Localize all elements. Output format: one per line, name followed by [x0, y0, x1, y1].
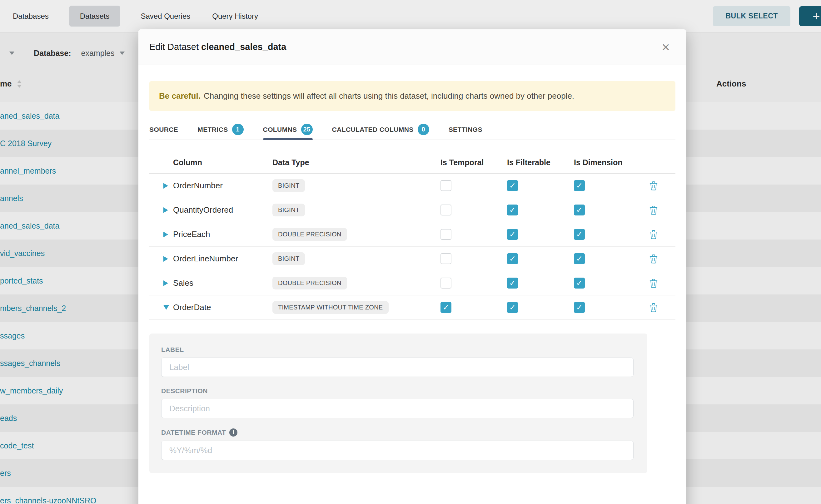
expand-caret-icon[interactable] [163, 232, 168, 237]
is-dimension-checkbox[interactable] [574, 180, 585, 191]
columns-table-header: Column Data Type Is Temporal Is Filterab… [149, 152, 675, 174]
is-filterable-checkbox[interactable] [507, 180, 518, 191]
data-type-pill: BIGINT [272, 179, 305, 192]
column-name: OrderNumber [173, 181, 272, 190]
column-name: OrderLineNumber [173, 254, 272, 264]
app: Databases Datasets Saved Queries Query H… [0, 0, 821, 504]
tab-count-badge: 1 [232, 124, 244, 135]
is-filterable-checkbox[interactable] [507, 302, 518, 313]
column-name: PriceEach [173, 230, 272, 239]
modal-tab-label: SETTINGS [449, 126, 482, 133]
delete-column-icon[interactable] [649, 229, 658, 240]
delete-column-icon[interactable] [649, 180, 658, 191]
modal-tab-metrics[interactable]: METRICS1 [197, 119, 243, 140]
modal-tab-label: COLUMNS [263, 126, 297, 133]
modal-title-prefix: Edit Dataset [149, 42, 199, 52]
modal-tabs: SOURCEMETRICS1COLUMNS25CALCULATED COLUMN… [149, 119, 675, 140]
delete-column-icon[interactable] [649, 205, 658, 215]
expand-caret-icon[interactable] [163, 280, 168, 286]
is-filterable-checkbox[interactable] [507, 229, 518, 240]
tab-count-badge: 25 [301, 124, 313, 135]
is-filterable-checkbox[interactable] [507, 278, 518, 289]
modal-body: Be careful. Changing these settings will… [138, 81, 686, 473]
is-temporal-checkbox[interactable] [441, 229, 452, 240]
is-temporal-checkbox[interactable] [441, 205, 452, 215]
columns-table: Column Data Type Is Temporal Is Filterab… [149, 152, 675, 320]
warning-bold-text: Be careful. [159, 91, 200, 101]
description-field-label: DESCRIPTION [161, 387, 634, 395]
delete-column-icon[interactable] [649, 302, 658, 313]
column-row: OrderDateTIMESTAMP WITHOUT TIME ZONE [149, 295, 675, 320]
is-dimension-checkbox[interactable] [574, 229, 585, 240]
column-row: PriceEachDOUBLE PRECISION [149, 222, 675, 247]
label-input[interactable] [161, 358, 634, 377]
close-icon[interactable]: × [662, 40, 670, 54]
column-row: OrderLineNumberBIGINT [149, 247, 675, 271]
modal-tab-calculated-columns[interactable]: CALCULATED COLUMNS0 [332, 119, 429, 140]
description-input[interactable] [161, 399, 634, 418]
data-type-pill: DOUBLE PRECISION [272, 277, 347, 289]
label-field-label: LABEL [161, 346, 634, 353]
data-type-pill: BIGINT [272, 204, 305, 216]
modal-tab-settings[interactable]: SETTINGS [449, 119, 482, 140]
modal-tab-source[interactable]: SOURCE [149, 119, 178, 140]
collapse-caret-icon[interactable] [163, 305, 169, 310]
column-header-is-dimension: Is Dimension [574, 158, 632, 167]
modal-title: Edit Dataset cleaned_sales_data [149, 42, 286, 52]
modal-tab-columns[interactable]: COLUMNS25 [263, 119, 313, 140]
column-name: Sales [173, 278, 272, 288]
datetime-format-field-label: DATETIME FORMAT i [161, 428, 634, 437]
is-dimension-checkbox[interactable] [574, 302, 585, 313]
is-temporal-checkbox[interactable] [441, 180, 452, 191]
datetime-format-field: DATETIME FORMAT i [161, 428, 634, 460]
edit-dataset-modal: Edit Dataset cleaned_sales_data × Be car… [138, 29, 686, 504]
column-detail-panel: LABEL DESCRIPTION DATETIME FORMAT i [149, 334, 647, 473]
column-header-column: Column [173, 158, 272, 167]
modal-header: Edit Dataset cleaned_sales_data × [138, 29, 686, 65]
delete-column-icon[interactable] [649, 254, 658, 264]
column-header-data-type: Data Type [272, 158, 441, 167]
datetime-format-label-text: DATETIME FORMAT [161, 429, 226, 436]
description-field: DESCRIPTION [161, 387, 634, 418]
expand-caret-icon[interactable] [163, 207, 168, 213]
is-dimension-checkbox[interactable] [574, 278, 585, 289]
column-name: OrderDate [173, 303, 272, 312]
is-filterable-checkbox[interactable] [507, 253, 518, 264]
label-field: LABEL [161, 346, 634, 377]
modal-tab-label: SOURCE [149, 126, 178, 133]
is-filterable-checkbox[interactable] [507, 205, 518, 215]
column-header-is-temporal: Is Temporal [441, 158, 507, 167]
column-row: OrderNumberBIGINT [149, 174, 675, 198]
data-type-pill: DOUBLE PRECISION [272, 228, 347, 241]
info-icon[interactable]: i [229, 428, 237, 437]
column-row: QuantityOrderedBIGINT [149, 198, 675, 222]
is-temporal-checkbox[interactable] [441, 253, 452, 264]
is-dimension-checkbox[interactable] [574, 253, 585, 264]
datetime-format-input[interactable] [161, 441, 634, 460]
data-type-pill: TIMESTAMP WITHOUT TIME ZONE [272, 301, 388, 314]
column-name: QuantityOrdered [173, 205, 272, 215]
expand-caret-icon[interactable] [163, 256, 168, 262]
modal-title-dataset-name: cleaned_sales_data [201, 42, 286, 52]
expand-caret-icon[interactable] [163, 183, 168, 189]
is-temporal-checkbox[interactable] [441, 302, 452, 313]
columns-table-body: OrderNumberBIGINTQuantityOrderedBIGINTPr… [149, 174, 675, 320]
tab-count-badge: 0 [418, 124, 429, 135]
warning-banner: Be careful. Changing these settings will… [149, 81, 675, 111]
delete-column-icon[interactable] [649, 278, 658, 288]
is-temporal-checkbox[interactable] [441, 278, 452, 289]
modal-tab-label: METRICS [197, 126, 228, 133]
modal-tab-label: CALCULATED COLUMNS [332, 126, 414, 133]
is-dimension-checkbox[interactable] [574, 205, 585, 215]
column-row: SalesDOUBLE PRECISION [149, 271, 675, 295]
column-header-is-filterable: Is Filterable [507, 158, 574, 167]
warning-text: Changing these settings will affect all … [204, 91, 574, 101]
data-type-pill: BIGINT [272, 252, 305, 265]
